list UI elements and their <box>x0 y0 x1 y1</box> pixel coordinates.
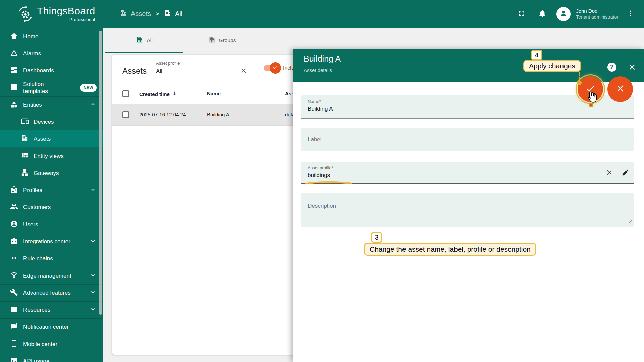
breadcrumb-separator: > <box>156 11 159 17</box>
tutorial-step-3-number: 3 <box>371 232 382 243</box>
brand-edition: Professional <box>37 17 95 22</box>
sidebar-item-mobile-center[interactable]: Mobile center <box>0 336 103 353</box>
new-badge: NEW <box>80 84 97 92</box>
sidebar-item-home[interactable]: Home <box>0 28 103 45</box>
panel-title: Building A <box>304 54 644 64</box>
sidebar-item-solution-templates[interactable]: Solution templates NEW <box>0 79 103 96</box>
thingsboard-gear-icon <box>17 5 34 23</box>
resize-grip-icon[interactable] <box>628 219 632 225</box>
description-field <box>301 193 634 227</box>
asset-profile-filter: Asset profile <box>156 61 247 78</box>
panel-subtitle: Asset details <box>304 67 644 73</box>
building-icon <box>164 9 172 19</box>
sidebar-item-users[interactable]: Users <box>0 216 103 233</box>
integration-icon <box>10 237 18 247</box>
chevron-down-icon <box>89 272 97 281</box>
breadcrumb: Assets > All <box>119 9 182 19</box>
include-toggle-row: Includ <box>264 65 298 71</box>
user-name: John Doe <box>576 8 619 14</box>
sidebar-item-devices[interactable]: Devices <box>0 113 103 130</box>
sidebar-nav: Home Alarms Dashboards Solution template… <box>0 28 103 362</box>
fullscreen-button[interactable] <box>515 7 528 21</box>
asset-profile-field: Asset profile* <box>301 162 634 184</box>
brand-name: ThingsBoard <box>37 6 95 16</box>
close-panel-button[interactable] <box>628 63 637 73</box>
sidebar-item-gateways[interactable]: Gateways <box>0 165 103 182</box>
notifications-button[interactable] <box>536 7 549 21</box>
help-button[interactable] <box>607 63 616 72</box>
description-textarea[interactable] <box>308 203 587 221</box>
view-quilt-icon <box>21 152 29 161</box>
sidebar-item-alarms[interactable]: Alarms <box>0 45 103 62</box>
name-input[interactable] <box>308 106 587 112</box>
include-toggle[interactable] <box>264 65 280 71</box>
breadcrumb-assets[interactable]: Assets <box>119 9 151 19</box>
column-created-time[interactable]: Created time <box>139 90 177 97</box>
row-checkbox[interactable] <box>122 111 129 118</box>
tab-all[interactable]: All <box>105 28 183 53</box>
lan-icon <box>21 169 29 178</box>
building-icon <box>208 36 216 45</box>
table-title: Assets <box>122 66 147 76</box>
sidebar-item-advanced-features[interactable]: Advanced features <box>0 284 103 301</box>
more-menu-button[interactable] <box>626 7 635 21</box>
sidebar-item-edge-management[interactable]: Edge management <box>0 267 103 284</box>
tutorial-step-4-label: Apply changes <box>523 60 581 72</box>
sidebar-item-dashboards[interactable]: Dashboards <box>0 62 103 79</box>
asset-profile-select[interactable] <box>156 68 240 75</box>
cell-name: Building A <box>207 112 229 117</box>
discard-changes-button[interactable] <box>607 76 633 102</box>
sidebar-scrollbar[interactable] <box>99 31 102 315</box>
tutorial-step-4-number: 4 <box>531 50 542 60</box>
devices-icon <box>21 117 29 127</box>
sidebar-item-api-usage[interactable]: API usage <box>0 353 103 362</box>
sidebar-item-assets[interactable]: Assets <box>0 130 103 147</box>
building-icon <box>136 36 143 45</box>
breadcrumb-all[interactable]: All <box>164 9 182 19</box>
chevron-down-icon <box>89 306 97 315</box>
sidebar-item-rule-chains[interactable]: Rule chains <box>0 250 103 267</box>
user-info[interactable]: John Doe Tenant administrator <box>576 8 619 20</box>
chevron-down-icon <box>89 186 97 195</box>
sidebar-item-profiles[interactable]: Profiles <box>0 182 103 199</box>
sidebar-item-entities[interactable]: Entities <box>0 96 103 113</box>
close-icon <box>615 83 625 95</box>
check-icon <box>272 64 278 72</box>
chart-icon <box>10 357 18 362</box>
tools-icon <box>10 288 18 298</box>
top-header: ThingsBoard Professional Assets > All <box>0 0 644 28</box>
chevron-down-icon <box>89 289 97 298</box>
filter-label: Asset profile <box>156 61 247 66</box>
fullscreen-icon <box>517 9 526 19</box>
tutorial-connector-line <box>579 72 580 81</box>
select-all-checkbox[interactable] <box>122 90 129 97</box>
asset-profile-field-label: Asset profile* <box>301 162 634 170</box>
asset-profile-input[interactable] <box>308 172 587 179</box>
building-icon <box>119 9 127 19</box>
apply-changes-button[interactable] <box>578 76 603 102</box>
person-icon <box>558 8 569 20</box>
sidebar-item-customers[interactable]: Customers <box>0 199 103 216</box>
tab-groups[interactable]: Groups <box>183 28 261 53</box>
breadcrumb-page-label: All <box>175 10 182 18</box>
antenna-icon <box>10 271 18 281</box>
folder-icon <box>10 305 18 315</box>
kebab-icon <box>627 9 635 19</box>
app-logo[interactable]: ThingsBoard Professional <box>0 5 103 23</box>
sidebar-item-integrations-center[interactable]: Integrations center <box>0 233 103 250</box>
edit-profile-pencil-icon[interactable] <box>622 169 629 178</box>
chevron-down-icon <box>89 237 97 246</box>
column-asset-profile[interactable]: Ass <box>285 90 294 96</box>
clear-profile-icon[interactable] <box>605 169 613 178</box>
sidebar-item-entity-views[interactable]: Entity views <box>0 147 103 165</box>
sidebar-item-resources[interactable]: Resources <box>0 301 103 318</box>
dashboards-icon <box>10 66 18 76</box>
user-avatar[interactable] <box>556 7 571 21</box>
column-name[interactable]: Name <box>207 90 221 96</box>
clear-filter-icon[interactable] <box>240 67 247 76</box>
label-input[interactable] <box>308 136 587 143</box>
entities-icon <box>10 100 18 110</box>
warning-icon <box>10 49 18 59</box>
tutorial-step-3-label: Change the asset name, label, profile or… <box>364 243 536 256</box>
sidebar-item-notification-center[interactable]: Notification center <box>0 318 103 336</box>
